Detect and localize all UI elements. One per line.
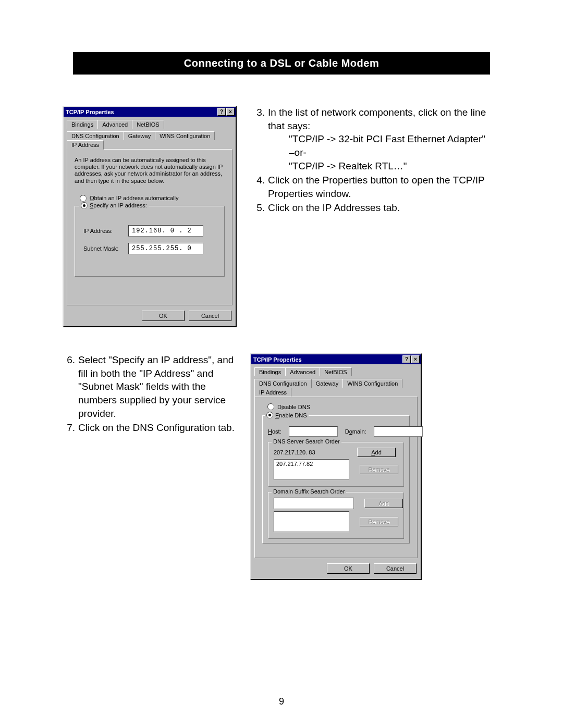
subnet-mask-row: Subnet Mask: 255.255.255. 0 — [83, 243, 216, 254]
tab-ip-address[interactable]: IP Address — [67, 140, 104, 150]
dialog-dns-container: TCP/IP Properties ? × Bindings Advanced … — [250, 353, 422, 580]
tab-strip-row1: Bindings Advanced NetBIOS — [251, 364, 421, 376]
suffix-add-button[interactable]: Add — [364, 499, 403, 508]
radio-specify-label: Specify an IP address: — [90, 202, 147, 208]
step-number: 5. — [252, 201, 265, 215]
step-3-text: In the list of network components, click… — [268, 106, 500, 172]
dialog-ip-container: TCP/IP Properties ? × Bindings Advanced … — [63, 106, 237, 327]
help-icon[interactable]: ? — [402, 355, 411, 363]
page-number: 9 — [0, 696, 563, 707]
step-7-text: Click on the DNS Configuration tab. — [78, 421, 235, 435]
domain-label: Domain: — [345, 428, 366, 435]
help-icon[interactable]: ? — [217, 108, 226, 116]
host-label: Host: — [268, 428, 282, 435]
host-input[interactable] — [289, 426, 338, 437]
instructions-right: 3. In the list of network components, cl… — [252, 106, 500, 327]
instruction-list-b: 6. Select "Specify an IP address", and f… — [63, 353, 235, 435]
enable-dns-group: Enable DNS Host: Domain: DNS Server Sear… — [262, 415, 410, 544]
dns-search-order-group: DNS Server Search Order 207.217.120. 83 … — [268, 442, 404, 487]
tab-gateway[interactable]: Gateway — [311, 379, 343, 388]
tab-strip-row2: DNS Configuration Gateway WINS Configura… — [251, 376, 421, 397]
radio-icon — [81, 202, 88, 209]
dns-entry-input[interactable]: 207.217.120. 83 — [274, 449, 347, 455]
titlebar: TCP/IP Properties ? × — [251, 354, 421, 364]
row-1: TCP/IP Properties ? × Bindings Advanced … — [63, 106, 500, 327]
ip-address-input[interactable]: 192.168. 0 . 2 — [128, 225, 203, 237]
step-4-text: Click on the Properties button to open t… — [268, 174, 500, 200]
radio-icon — [267, 403, 274, 410]
instructions-left: 6. Select "Specify an IP address", and f… — [63, 353, 235, 580]
step-6-text: Select "Specify an IP address", and fill… — [78, 353, 235, 420]
suffix-remove-button[interactable]: Remove — [360, 517, 398, 526]
tab-bindings[interactable]: Bindings — [67, 120, 98, 129]
cancel-button[interactable]: Cancel — [189, 311, 231, 321]
tab-panel-dns: Disable DNS Enable DNS Host: Domain: — [254, 397, 418, 558]
tab-dns-config[interactable]: DNS Configuration — [67, 131, 124, 140]
tcpip-properties-dialog-dns: TCP/IP Properties ? × Bindings Advanced … — [250, 353, 422, 580]
titlebar: TCP/IP Properties ? × — [64, 107, 236, 117]
step-number: 4. — [252, 174, 265, 200]
radio-enable-dns[interactable]: Enable DNS — [265, 412, 309, 418]
dns-list-row: 207.217.77.82 Remove — [274, 459, 398, 480]
tcpip-properties-dialog-ip: TCP/IP Properties ? × Bindings Advanced … — [63, 106, 237, 327]
row-2: 6. Select "Specify an IP address", and f… — [63, 353, 500, 580]
ip-address-row: IP Address: 192.168. 0 . 2 — [83, 225, 216, 237]
close-icon[interactable]: × — [226, 108, 235, 116]
domain-input[interactable] — [374, 426, 423, 437]
suffix-list[interactable] — [274, 511, 349, 532]
dialog-buttons: OK Cancel — [64, 309, 236, 326]
cancel-button[interactable]: Cancel — [374, 563, 417, 574]
ip-description: An IP address can be automatically assig… — [75, 157, 225, 184]
dns-list[interactable]: 207.217.77.82 — [274, 459, 349, 480]
radio-icon — [80, 195, 87, 202]
close-icon[interactable]: × — [411, 355, 420, 363]
step-number: 3. — [252, 106, 265, 172]
radio-enable-dns-label: Enable DNS — [275, 412, 307, 418]
ok-button[interactable]: OK — [327, 563, 370, 574]
tab-wins[interactable]: WINS Configuration — [342, 379, 402, 388]
tab-strip-row2: DNS Configuration Gateway WINS Configura… — [64, 128, 236, 149]
tab-netbios[interactable]: NetBIOS — [132, 120, 164, 129]
ip-address-label: IP Address: — [83, 228, 128, 234]
specify-ip-group: Specify an IP address: IP Address: 192.1… — [75, 206, 225, 277]
radio-specify-ip[interactable]: Specify an IP address: — [79, 202, 149, 209]
radio-disable-dns[interactable]: Disable DNS — [267, 403, 410, 410]
tab-netbios[interactable]: NetBIOS — [320, 367, 351, 376]
tab-advanced[interactable]: Advanced — [97, 120, 132, 129]
dns-remove-button[interactable]: Remove — [360, 465, 398, 474]
subnet-mask-input[interactable]: 255.255.255. 0 — [128, 243, 203, 254]
tab-advanced[interactable]: Advanced — [285, 367, 320, 376]
tab-strip-row1: Bindings Advanced NetBIOS — [64, 117, 236, 129]
tab-ip-address[interactable]: IP Address — [254, 388, 291, 397]
dialog-buttons: OK Cancel — [251, 561, 421, 579]
step-number: 6. — [63, 353, 75, 420]
tab-wins[interactable]: WINS Configuration — [155, 131, 215, 140]
domain-suffix-group: Domain Suffix Search Order Add Remove — [268, 492, 404, 539]
radio-disable-dns-label: Disable DNS — [277, 404, 310, 410]
radio-obtain-auto-label: Obtain an IP address automatically — [90, 195, 178, 201]
step-5-text: Click on the IP Addresses tab. — [268, 201, 500, 215]
dns-search-order-label: DNS Server Search Order — [272, 438, 341, 445]
subnet-mask-label: Subnet Mask: — [83, 245, 128, 252]
ok-button[interactable]: OK — [142, 311, 185, 321]
suffix-list-row: Remove — [274, 511, 398, 532]
instruction-list-a: 3. In the list of network components, cl… — [252, 106, 500, 215]
step-number: 7. — [63, 421, 75, 435]
dns-add-button[interactable]: Add — [357, 448, 396, 457]
suffix-add-row: Add — [274, 498, 398, 509]
dialog-title: TCP/IP Properties — [253, 356, 402, 363]
tab-bindings[interactable]: Bindings — [254, 367, 286, 376]
dns-add-row: 207.217.120. 83 Add — [274, 448, 398, 457]
domain-suffix-label: Domain Suffix Search Order — [272, 488, 346, 495]
page: Connecting to a DSL or Cable Modem TCP/I… — [0, 0, 563, 728]
tab-gateway[interactable]: Gateway — [124, 131, 155, 140]
page-header: Connecting to a DSL or Cable Modem — [73, 52, 490, 75]
dialog-title: TCP/IP Properties — [66, 109, 217, 115]
tab-panel-ip: An IP address can be automatically assig… — [67, 149, 232, 305]
radio-obtain-auto[interactable]: Obtain an IP address automatically — [80, 195, 225, 202]
suffix-entry-input[interactable] — [274, 498, 354, 509]
tab-dns-config[interactable]: DNS Configuration — [254, 379, 312, 388]
host-domain-row: Host: Domain: — [268, 426, 404, 437]
radio-icon — [266, 412, 273, 418]
